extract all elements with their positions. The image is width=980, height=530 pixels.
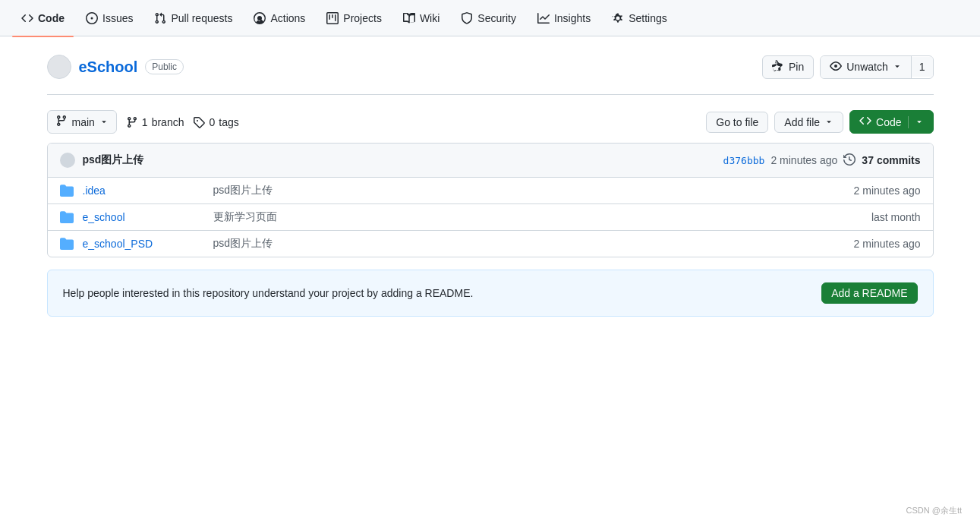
nav-item-projects[interactable]: Projects bbox=[317, 6, 391, 30]
tags-link[interactable]: 0 tags bbox=[193, 116, 238, 128]
nav-item-wiki[interactable]: Wiki bbox=[394, 6, 449, 30]
pin-label: Pin bbox=[789, 61, 804, 73]
commits-count: 37 bbox=[862, 154, 874, 166]
go-to-file-label: Go to file bbox=[716, 116, 758, 128]
pin-icon bbox=[772, 60, 784, 74]
table-row: e_school_PSD psd图片上传 2 minutes ago bbox=[48, 231, 933, 257]
folder-icon bbox=[60, 210, 74, 224]
file-table: psd图片上传 d376bbb 2 minutes ago 37 commits bbox=[47, 143, 934, 257]
nav-label-settings: Settings bbox=[629, 12, 667, 24]
branches-count: 1 bbox=[142, 116, 148, 128]
nav-label-code: Code bbox=[38, 12, 65, 24]
file-rows-container: .idea psd图片上传 2 minutes ago e_school 更新学… bbox=[48, 178, 933, 257]
pr-icon bbox=[154, 12, 166, 24]
add-readme-label: Add a README bbox=[831, 287, 907, 299]
main-content: eSchool Public Pin U bbox=[35, 36, 946, 335]
top-navigation: Code Issues Pull requests Actions bbox=[0, 0, 980, 36]
commit-meta: d376bbb 2 minutes ago 37 commits bbox=[723, 153, 921, 168]
code-button[interactable]: Code bbox=[849, 110, 933, 134]
add-file-label: Add file bbox=[784, 116, 820, 128]
branch-icon bbox=[55, 115, 68, 129]
add-readme-button[interactable]: Add a README bbox=[821, 282, 917, 304]
commits-link[interactable]: 37 commits bbox=[862, 154, 920, 166]
file-name[interactable]: e_school bbox=[83, 211, 204, 223]
readme-banner: Help people interested in this repositor… bbox=[47, 270, 934, 317]
file-name[interactable]: .idea bbox=[83, 185, 204, 197]
repo-avatar bbox=[47, 55, 71, 79]
file-time: last month bbox=[830, 211, 921, 223]
unwatch-button[interactable]: Unwatch bbox=[821, 56, 911, 78]
commit-message: psd图片上传 bbox=[83, 153, 716, 167]
nav-label-wiki: Wiki bbox=[420, 12, 440, 24]
insights-icon bbox=[537, 12, 550, 24]
code-caret-icon bbox=[908, 116, 924, 128]
nav-item-security[interactable]: Security bbox=[452, 6, 525, 30]
unwatch-label: Unwatch bbox=[846, 61, 887, 73]
nav-item-settings[interactable]: Settings bbox=[603, 6, 676, 30]
nav-label-issues: Issues bbox=[102, 12, 133, 24]
nav-label-security: Security bbox=[477, 12, 516, 24]
security-icon bbox=[461, 12, 473, 24]
nav-label-pull-requests: Pull requests bbox=[171, 12, 232, 24]
folder-icon bbox=[60, 237, 74, 251]
repo-title-group: eSchool Public bbox=[47, 55, 184, 79]
wiki-icon bbox=[403, 12, 415, 24]
file-commit: psd图片上传 bbox=[213, 237, 821, 251]
unwatch-count[interactable]: 1 bbox=[912, 57, 933, 77]
chevron-down-icon bbox=[893, 61, 902, 73]
issues-icon bbox=[86, 12, 98, 24]
commit-author-avatar bbox=[60, 153, 75, 168]
nav-label-projects: Projects bbox=[343, 12, 382, 24]
repo-actions: Pin Unwatch 1 bbox=[762, 55, 934, 79]
projects-icon bbox=[326, 12, 339, 24]
go-to-file-button[interactable]: Go to file bbox=[706, 112, 768, 133]
nav-item-pull-requests[interactable]: Pull requests bbox=[145, 6, 241, 30]
repo-name[interactable]: eSchool bbox=[79, 58, 138, 76]
branch-chevron-icon bbox=[99, 116, 109, 128]
branches-label: branch bbox=[152, 116, 184, 128]
repo-visibility-badge: Public bbox=[145, 59, 184, 74]
branch-selector[interactable]: main bbox=[47, 110, 117, 134]
branch-right: Go to file Add file Code bbox=[706, 110, 933, 134]
add-file-button[interactable]: Add file bbox=[774, 112, 843, 133]
history-icon bbox=[843, 153, 856, 168]
commit-time: 2 minutes ago bbox=[770, 154, 837, 166]
commit-hash[interactable]: d376bbb bbox=[723, 155, 765, 166]
branch-left: main 1 branch 0 tags bbox=[47, 110, 239, 134]
add-file-chevron-icon bbox=[824, 116, 833, 128]
folder-icon bbox=[60, 184, 74, 197]
file-commit: 更新学习页面 bbox=[213, 210, 821, 224]
file-commit: psd图片上传 bbox=[213, 184, 821, 197]
tags-label: tags bbox=[219, 116, 238, 128]
unwatch-group: Unwatch 1 bbox=[820, 55, 933, 79]
branch-name: main bbox=[72, 116, 95, 128]
readme-text: Help people interested in this repositor… bbox=[63, 287, 474, 299]
nav-item-code[interactable]: Code bbox=[12, 6, 74, 30]
commits-label: commits bbox=[877, 154, 921, 166]
file-time: 2 minutes ago bbox=[830, 238, 921, 250]
actions-icon bbox=[254, 12, 266, 24]
nav-label-actions: Actions bbox=[270, 12, 305, 24]
branch-bar: main 1 branch 0 tags bbox=[47, 110, 934, 134]
header-divider bbox=[47, 94, 934, 95]
code-button-label: Code bbox=[876, 116, 901, 128]
settings-icon bbox=[612, 12, 624, 24]
code-angle-icon bbox=[859, 115, 871, 129]
table-row: .idea psd图片上传 2 minutes ago bbox=[48, 178, 933, 204]
branches-link[interactable]: 1 branch bbox=[126, 116, 184, 128]
nav-label-insights: Insights bbox=[554, 12, 591, 24]
nav-item-insights[interactable]: Insights bbox=[528, 6, 600, 30]
code-icon bbox=[21, 12, 33, 24]
file-time: 2 minutes ago bbox=[830, 185, 921, 197]
pin-button[interactable]: Pin bbox=[762, 55, 814, 79]
file-name[interactable]: e_school_PSD bbox=[83, 238, 204, 250]
nav-item-actions[interactable]: Actions bbox=[244, 6, 314, 30]
nav-item-issues[interactable]: Issues bbox=[77, 6, 142, 30]
commit-header: psd图片上传 d376bbb 2 minutes ago 37 commits bbox=[48, 144, 933, 178]
repo-header: eSchool Public Pin U bbox=[47, 55, 934, 79]
tags-count: 0 bbox=[209, 116, 215, 128]
eye-icon bbox=[830, 60, 842, 74]
table-row: e_school 更新学习页面 last month bbox=[48, 204, 933, 231]
